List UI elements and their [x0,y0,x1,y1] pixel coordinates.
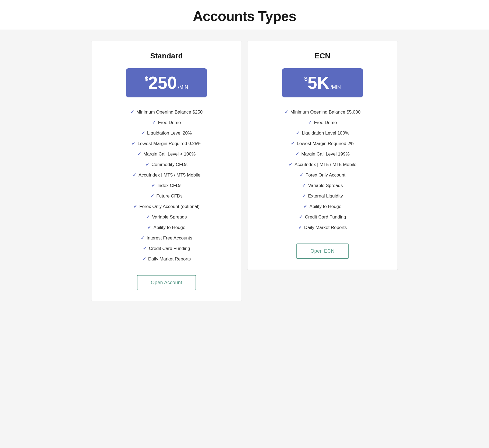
check-icon: ✓ [303,204,307,209]
check-icon: ✓ [137,151,141,157]
check-icon: ✓ [298,225,302,230]
check-icon: ✓ [146,162,149,167]
list-item: ✓Daily Market Reports [100,254,233,264]
check-icon: ✓ [300,172,303,178]
list-item: ✓Ability to Hedge [100,222,233,233]
check-icon: ✓ [295,151,299,157]
ecn-title: ECN [314,52,330,60]
list-item: ✓Free Demo [100,117,233,128]
check-icon: ✓ [147,225,151,230]
list-item: ✓Credit Card Funding [256,212,389,222]
list-item: ✓Variable Spreads [256,180,389,191]
list-item: ✓Margin Call Level 199% [256,149,389,159]
standard-price-badge: $ 250 /MIN [126,68,207,97]
list-item: ✓Interest Free Accounts [100,233,233,243]
check-icon: ✓ [133,172,136,178]
ecn-card: ECN $ 5K /MIN ✓Minimum Opening Balance $… [247,41,398,270]
ecn-price-unit: /MIN [331,84,341,90]
list-item: ✓Liquidation Level 20% [100,128,233,138]
check-icon: ✓ [291,141,295,146]
check-icon: ✓ [308,120,312,125]
list-item: ✓Ability to Hedge [256,201,389,212]
check-icon: ✓ [130,109,134,115]
list-item: ✓Margin Call Level < 100% [100,149,233,159]
ecn-features-list: ✓Minimum Opening Balance $5,000✓Free Dem… [256,107,389,233]
list-item: ✓Variable Spreads [100,212,233,222]
ecn-price-symbol: $ [304,76,307,82]
page-title: Accounts Types [5,8,484,24]
list-item: ✓Index CFDs [100,180,233,191]
list-item: ✓Future CFDs [100,191,233,201]
check-icon: ✓ [299,214,303,220]
cards-container: Standard $ 250 /MIN ✓Minimum Opening Bal… [83,30,406,312]
check-icon: ✓ [296,130,300,136]
check-icon: ✓ [133,204,137,209]
list-item: ✓AccuIndex | MT5 / MT5 Mobile [100,170,233,180]
list-item: ✓Forex Only Account (optional) [100,201,233,212]
standard-price-unit: /MIN [178,84,188,90]
list-item: ✓Minimum Opening Balance $5,000 [256,107,389,117]
check-icon: ✓ [143,246,147,251]
check-icon: ✓ [132,141,135,146]
list-item: ✓Commodity CFDs [100,159,233,170]
list-item: ✓External Liquidity [256,191,389,201]
check-icon: ✓ [150,193,154,199]
check-icon: ✓ [141,235,144,241]
list-item: ✓Lowest Margin Required 0.25% [100,138,233,149]
list-item: ✓Credit Card Funding [100,243,233,254]
standard-price-symbol: $ [145,76,148,82]
standard-card: Standard $ 250 /MIN ✓Minimum Opening Bal… [91,41,242,301]
page-header: Accounts Types [0,0,489,30]
check-icon: ✓ [141,130,145,136]
list-item: ✓Liquidation Level 100% [256,128,389,138]
check-icon: ✓ [151,183,155,188]
list-item: ✓Forex Only Account [256,170,389,180]
check-icon: ✓ [302,183,306,188]
check-icon: ✓ [285,109,288,115]
check-icon: ✓ [289,162,292,167]
check-icon: ✓ [146,214,150,220]
check-icon: ✓ [152,120,156,125]
list-item: ✓Daily Market Reports [256,222,389,233]
check-icon: ✓ [302,193,306,199]
ecn-price-amount: 5K [307,74,329,91]
list-item: ✓AccuIndex | MT5 / MT5 Mobile [256,159,389,170]
check-icon: ✓ [142,256,146,262]
list-item: ✓Minimum Opening Balance $250 [100,107,233,117]
standard-features-list: ✓Minimum Opening Balance $250✓Free Demo✓… [100,107,233,264]
standard-title: Standard [150,52,183,60]
list-item: ✓Lowest Margin Required 2% [256,138,389,149]
open-ecn-button[interactable]: Open ECN [296,244,348,259]
standard-price-amount: 250 [148,74,177,91]
ecn-price-badge: $ 5K /MIN [282,68,363,97]
list-item: ✓Free Demo [256,117,389,128]
open-account-button[interactable]: Open Account [137,275,196,290]
